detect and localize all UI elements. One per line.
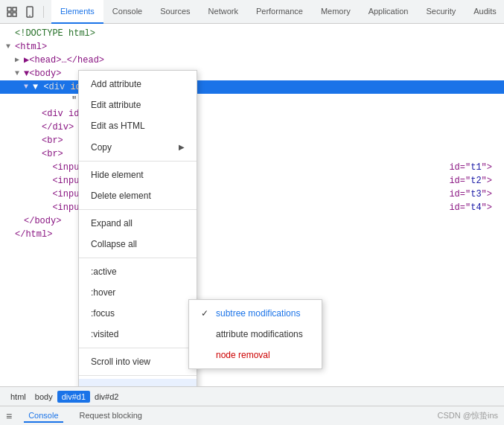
breadcrumb-div-d1[interactable]: div#d1 xyxy=(57,391,90,403)
copy-arrow-icon xyxy=(179,140,185,154)
triangle[interactable] xyxy=(24,80,33,94)
html-line-doctype[interactable]: <!DOCTYPE html> xyxy=(0,27,504,40)
tab-application[interactable]: Application xyxy=(360,0,418,24)
input-t4-right: id="t4"> xyxy=(449,201,492,214)
check-icon: ✓ xyxy=(201,307,210,320)
html-line-input-t1[interactable]: <input ty id="t1"> xyxy=(0,161,504,174)
html-line-input-t3[interactable]: <input ty id="t3"> xyxy=(0,188,504,201)
tab-icons xyxy=(0,4,51,19)
html-line-quote[interactable]: " xyxy=(0,94,504,107)
menu-scroll-into-view[interactable]: Scroll into view xyxy=(79,351,197,372)
tab-security[interactable]: Security xyxy=(417,0,465,24)
body-close-tag: </body> xyxy=(24,214,61,228)
elements-panel[interactable]: <!DOCTYPE html> <html> ▶<head>…</head> ▼… xyxy=(0,24,504,386)
submenu-subtree[interactable]: ✓ subtree modifications xyxy=(189,303,322,324)
menu-focus[interactable]: :focus xyxy=(79,303,197,324)
context-menu: Add attribute Edit attribute Edit as HTM… xyxy=(78,70,197,386)
watermark: CSDN @惊蛰ins xyxy=(438,410,498,421)
html-line-body-close[interactable]: </body> xyxy=(0,214,504,228)
breadcrumb-bar: html body div#d1 div#d2 xyxy=(0,386,504,406)
triangle[interactable] xyxy=(15,54,24,67)
breadcrumb-body[interactable]: body xyxy=(31,391,57,403)
menu-break-on[interactable]: Break on... xyxy=(79,379,197,386)
menu-delete-element[interactable]: Delete element xyxy=(79,185,197,206)
tab-bar: Elements Console Sources Network Perform… xyxy=(0,0,504,24)
quote-text: " xyxy=(71,94,77,107)
break-on-arrow-icon xyxy=(179,383,185,386)
input-t1-right: id="t1"> xyxy=(449,161,492,174)
html-tag: <html> xyxy=(15,40,47,54)
menu-active[interactable]: :active xyxy=(79,261,197,282)
submenu-attribute[interactable]: attribute modifications xyxy=(189,324,322,345)
html-line-br1[interactable]: <br> xyxy=(0,134,504,147)
tab-performance[interactable]: Performance xyxy=(247,0,312,24)
svg-rect-2 xyxy=(7,13,11,16)
html-line-html[interactable]: <html> xyxy=(0,40,504,54)
br-tag-2: <br> xyxy=(42,147,63,161)
html-line-div-close[interactable]: </div> xyxy=(0,121,504,134)
breadcrumb-div-d2[interactable]: div#d2 xyxy=(90,391,123,403)
submenu-break-on: ✓ subtree modifications attribute modifi… xyxy=(188,299,322,369)
separator-2 xyxy=(79,209,197,210)
console-tab-console[interactable]: Console xyxy=(24,409,63,423)
menu-hover[interactable]: :hover xyxy=(79,282,197,303)
tab-sources[interactable]: Sources xyxy=(151,0,199,24)
html-line-head[interactable]: ▶<head>…</head> xyxy=(0,54,504,67)
tab-audits[interactable]: Audits xyxy=(465,0,504,24)
head-tag: ▶<head>…</head> xyxy=(24,54,104,67)
html-line-div-d1[interactable]: ▼ <div id="d1"> == $0 xyxy=(0,80,504,94)
mobile-icon[interactable] xyxy=(22,4,37,19)
input-t3-right: id="t3"> xyxy=(449,188,492,201)
console-bar: ≡ Console Request blocking CSDN @惊蛰ins xyxy=(0,406,504,425)
html-line-div-id[interactable]: <div id xyxy=(0,107,504,121)
div-close-tag: </div> xyxy=(42,121,74,134)
inner-div-tag: <div id xyxy=(42,107,79,121)
svg-rect-3 xyxy=(13,13,16,16)
html-line-html-close[interactable]: </html> xyxy=(0,228,504,241)
tab-memory[interactable]: Memory xyxy=(312,0,360,24)
html-line-br2[interactable]: <br> xyxy=(0,147,504,161)
svg-rect-1 xyxy=(13,7,16,11)
svg-point-5 xyxy=(29,15,31,16)
menu-edit-html[interactable]: Edit as HTML xyxy=(79,115,197,136)
input-t2-right: id="t2"> xyxy=(449,174,492,188)
separator-1 xyxy=(79,161,197,162)
separator-5 xyxy=(79,375,197,376)
triangle[interactable] xyxy=(6,40,15,54)
menu-visited[interactable]: :visited xyxy=(79,324,197,345)
menu-collapse-all[interactable]: Collapse all xyxy=(79,234,197,255)
breadcrumb-html[interactable]: html xyxy=(6,391,31,403)
main-area: <!DOCTYPE html> <html> ▶<head>…</head> ▼… xyxy=(0,24,504,386)
menu-hide-element[interactable]: Hide element xyxy=(79,164,197,185)
svg-rect-0 xyxy=(7,7,11,11)
br-tag-1: <br> xyxy=(42,134,63,147)
divider xyxy=(43,6,44,18)
html-line-input-t4[interactable]: <input ty id="t4"> xyxy=(0,201,504,214)
menu-edit-attribute[interactable]: Edit attribute xyxy=(79,95,197,115)
doctype-text: <!DOCTYPE html> xyxy=(15,27,95,40)
console-tab-request-blocking[interactable]: Request blocking xyxy=(75,409,147,423)
submenu-node-removal[interactable]: node removal xyxy=(189,345,322,365)
menu-copy[interactable]: Copy xyxy=(79,136,197,158)
html-line-input-t2[interactable]: <input ty id="t2"> xyxy=(0,174,504,188)
body-tag: ▼<body> xyxy=(24,67,61,80)
html-close-tag: </html> xyxy=(15,228,52,241)
separator-4 xyxy=(79,348,197,348)
separator-3 xyxy=(79,258,197,258)
tab-elements[interactable]: Elements xyxy=(51,0,103,24)
menu-expand-all[interactable]: Expand all xyxy=(79,213,197,234)
triangle[interactable] xyxy=(15,67,24,80)
tab-console[interactable]: Console xyxy=(103,0,151,24)
tab-network[interactable]: Network xyxy=(200,0,247,24)
menu-add-attribute[interactable]: Add attribute xyxy=(79,74,197,95)
console-menu-icon[interactable]: ≡ xyxy=(6,410,12,422)
inspect-icon[interactable] xyxy=(4,4,19,19)
html-line-body[interactable]: ▼<body> xyxy=(0,67,504,80)
